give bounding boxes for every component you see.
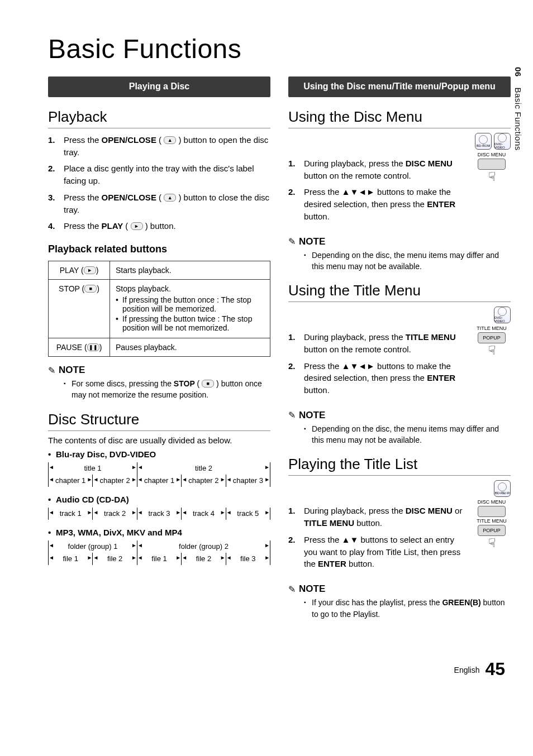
footer-language: English — [454, 666, 480, 674]
step: Press the ▲▼◄► buttons to make the desir… — [288, 186, 468, 222]
remote-button-icon: POPUP — [478, 332, 506, 343]
note-item: For some discs, pressing the STOP ( ) bu… — [64, 378, 270, 401]
cd-structure-diagram: track 1 track 2 track 3 track 4 track 5 — [48, 508, 270, 520]
heading-playback: Playback — [48, 108, 270, 128]
bd-rom-badge: BD-ROM — [475, 133, 492, 150]
page-title: Basic Functions — [48, 34, 511, 64]
page-number: 45 — [485, 659, 505, 679]
step: Press the OPEN/CLOSE ( ) button to open … — [48, 134, 270, 159]
playback-buttons-table: PLAY () Starts playback. STOP () Stops p… — [48, 261, 270, 357]
note-heading: ✎ NOTE — [48, 365, 270, 376]
page-footer: English 45 — [48, 659, 511, 680]
struct-intro: The contents of disc are usually divided… — [48, 436, 270, 445]
heading-disc-structure: Disc Structure — [48, 411, 270, 431]
remote-button-icon: POPUP — [478, 525, 506, 536]
cd-heading: Audio CD (CD-DA) — [48, 495, 270, 504]
heading-title-list: Playing the Title List — [288, 456, 511, 476]
remote-button-icon — [478, 506, 506, 517]
hand-icon: ☟ — [473, 171, 511, 183]
dvd-video-badge: DVD-VIDEO — [494, 133, 511, 150]
playback-steps: Press the OPEN/CLOSE ( ) button to open … — [48, 134, 270, 232]
open-close-icon — [164, 136, 176, 144]
hand-icon: ☟ — [473, 344, 511, 357]
dvd-video-badge: DVD-VIDEO — [494, 307, 511, 323]
remote-title-menu: TITLE MENU POPUP ☟ — [473, 326, 511, 402]
note-item: Depending on the disc, the menu items ma… — [304, 423, 511, 446]
bd-heading: Blu-ray Disc, DVD-VIDEO — [48, 449, 270, 459]
note-item: If your disc has the playlist, press the… — [304, 597, 511, 620]
open-close-icon — [164, 194, 176, 202]
step: During playback, press the TITLE MENU bu… — [288, 331, 468, 356]
chapter-label: Basic Functions — [513, 87, 523, 150]
stop-icon — [202, 380, 214, 387]
step: Press the ▲▼ buttons to select an entry … — [288, 534, 468, 570]
chapter-number: 06 — [513, 67, 523, 77]
step: During playback, press the DISC MENU or … — [288, 505, 468, 529]
step: During playback, press the DISC MENU but… — [288, 157, 468, 182]
mp-structure-diagram: folder (group) 1 folder (group) 2 file 1… — [48, 540, 270, 565]
pause-icon — [87, 343, 99, 351]
stop-icon — [84, 285, 97, 293]
mp-heading: MP3, WMA, DivX, MKV and MP4 — [48, 528, 270, 537]
bd-structure-diagram: title 1 title 2 chapter 1 chapter 2 chap… — [48, 462, 270, 487]
side-tab: 06 Basic Functions — [513, 67, 523, 151]
play-icon — [131, 222, 143, 230]
note-icon: ✎ — [48, 365, 55, 376]
note-heading: ✎NOTE — [288, 583, 511, 595]
step: Place a disc gently into the tray with t… — [48, 162, 270, 187]
step: Press the OPEN/CLOSE ( ) button to close… — [48, 192, 270, 216]
bd-re-r-badge: BD-RE/-R — [494, 480, 511, 497]
remote-disc-menu: DISC MENU ☟ — [473, 152, 511, 228]
heading-related-buttons: Playback related buttons — [48, 243, 270, 255]
note-icon: ✎ — [288, 584, 296, 595]
note-icon: ✎ — [288, 410, 296, 420]
step: Press the PLAY ( ) button. — [48, 220, 270, 232]
step: Press the ▲▼◄► buttons to make the desir… — [288, 360, 468, 396]
play-icon — [84, 266, 96, 274]
note-icon: ✎ — [288, 236, 296, 247]
note-heading: ✎NOTE — [288, 410, 511, 421]
note-heading: ✎NOTE — [288, 236, 511, 247]
note-item: Depending on the disc, the menu items ma… — [304, 250, 511, 272]
section-playing-disc: Playing a Disc — [48, 76, 270, 97]
heading-title-menu: Using the Title Menu — [288, 282, 511, 302]
heading-disc-menu: Using the Disc Menu — [288, 108, 511, 128]
remote-button-icon — [478, 159, 506, 170]
section-using-menus: Using the Disc menu/Title menu/Popup men… — [288, 76, 511, 97]
remote-title-list: DISC MENU TITLE MENU POPUP ☟ — [473, 499, 511, 576]
hand-icon: ☟ — [473, 537, 511, 549]
